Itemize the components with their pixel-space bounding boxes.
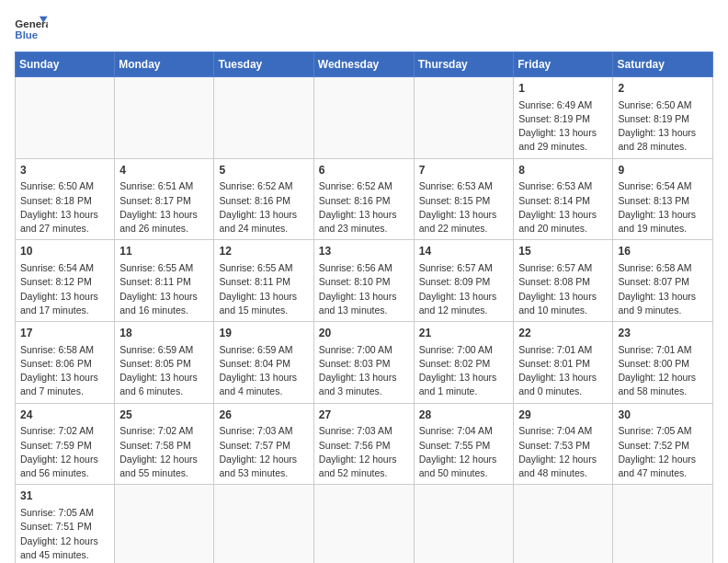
calendar-cell: 25Sunrise: 7:02 AM Sunset: 7:58 PM Dayli… [115,403,214,485]
day-number: 22 [518,326,608,341]
calendar-week-row: 1Sunrise: 6:49 AM Sunset: 8:19 PM Daylig… [16,77,713,159]
day-number: 1 [518,81,608,97]
day-info: Sunrise: 6:52 AM Sunset: 8:16 PM Dayligh… [319,180,400,234]
weekday-header-friday: Friday [514,52,613,77]
weekday-header-sunday: Sunday [16,52,115,77]
calendar-cell: 23Sunrise: 7:01 AM Sunset: 8:00 PM Dayli… [613,322,713,404]
day-info: Sunrise: 7:05 AM Sunset: 7:51 PM Dayligh… [20,507,101,560]
calendar-cell: 16Sunrise: 6:58 AM Sunset: 8:07 PM Dayli… [613,240,713,322]
calendar-cell [414,77,514,159]
calendar-cell: 30Sunrise: 7:05 AM Sunset: 7:52 PM Dayli… [613,403,713,485]
weekday-header-monday: Monday [115,52,214,77]
day-info: Sunrise: 6:53 AM Sunset: 8:15 PM Dayligh… [419,180,500,234]
calendar-cell: 9Sunrise: 6:54 AM Sunset: 8:13 PM Daylig… [613,158,713,240]
calendar-cell: 10Sunrise: 6:54 AM Sunset: 8:12 PM Dayli… [16,240,115,322]
day-info: Sunrise: 7:03 AM Sunset: 7:57 PM Dayligh… [219,425,300,478]
day-number: 15 [518,244,608,259]
day-number: 19 [219,326,308,341]
calendar-cell: 31Sunrise: 7:05 AM Sunset: 7:51 PM Dayli… [16,485,115,563]
day-number: 7 [419,163,509,178]
calendar-cell: 1Sunrise: 6:49 AM Sunset: 8:19 PM Daylig… [514,77,613,159]
calendar-week-row: 10Sunrise: 6:54 AM Sunset: 8:12 PM Dayli… [16,240,713,322]
day-number: 18 [119,326,209,341]
weekday-header-row: SundayMondayTuesdayWednesdayThursdayFrid… [16,52,713,77]
calendar-cell [313,77,414,159]
calendar-cell [214,77,313,159]
day-number: 23 [618,326,708,341]
calendar-cell: 11Sunrise: 6:55 AM Sunset: 8:11 PM Dayli… [115,240,214,322]
calendar-cell: 17Sunrise: 6:58 AM Sunset: 8:06 PM Dayli… [16,322,115,404]
day-info: Sunrise: 6:57 AM Sunset: 8:08 PM Dayligh… [518,262,599,316]
day-number: 14 [419,244,509,259]
calendar-cell: 19Sunrise: 6:59 AM Sunset: 8:04 PM Dayli… [214,322,313,404]
day-number: 29 [518,408,608,423]
day-info: Sunrise: 7:04 AM Sunset: 7:55 PM Dayligh… [419,425,500,478]
day-info: Sunrise: 6:50 AM Sunset: 8:18 PM Dayligh… [20,180,101,234]
calendar-cell [115,485,214,563]
calendar-table: SundayMondayTuesdayWednesdayThursdayFrid… [15,52,713,563]
calendar-week-row: 31Sunrise: 7:05 AM Sunset: 7:51 PM Dayli… [16,485,713,563]
day-number: 17 [20,326,109,341]
calendar-cell: 24Sunrise: 7:02 AM Sunset: 7:59 PM Dayli… [16,403,115,485]
header: General Blue [15,15,713,42]
calendar-cell [16,77,115,159]
calendar-cell: 13Sunrise: 6:56 AM Sunset: 8:10 PM Dayli… [313,240,414,322]
day-info: Sunrise: 6:54 AM Sunset: 8:12 PM Dayligh… [20,262,101,316]
day-info: Sunrise: 6:55 AM Sunset: 8:11 PM Dayligh… [219,262,300,316]
day-info: Sunrise: 6:56 AM Sunset: 8:10 PM Dayligh… [319,262,400,316]
day-info: Sunrise: 6:59 AM Sunset: 8:05 PM Dayligh… [119,344,200,397]
calendar-cell: 18Sunrise: 6:59 AM Sunset: 8:05 PM Dayli… [115,322,214,404]
day-info: Sunrise: 7:02 AM Sunset: 7:59 PM Dayligh… [20,425,101,478]
day-number: 2 [618,81,708,97]
calendar-cell: 12Sunrise: 6:55 AM Sunset: 8:11 PM Dayli… [214,240,313,322]
day-info: Sunrise: 6:54 AM Sunset: 8:13 PM Dayligh… [618,180,699,234]
day-info: Sunrise: 7:03 AM Sunset: 7:56 PM Dayligh… [319,425,400,478]
calendar-cell: 26Sunrise: 7:03 AM Sunset: 7:57 PM Dayli… [214,403,313,485]
day-info: Sunrise: 6:53 AM Sunset: 8:14 PM Dayligh… [518,180,599,234]
day-number: 30 [618,408,708,423]
calendar-cell [414,485,514,563]
day-info: Sunrise: 6:51 AM Sunset: 8:17 PM Dayligh… [119,180,200,234]
day-number: 3 [20,163,109,178]
calendar-cell: 14Sunrise: 6:57 AM Sunset: 8:09 PM Dayli… [414,240,514,322]
day-number: 6 [319,163,409,178]
logo: General Blue [15,15,48,42]
day-number: 16 [618,244,708,259]
day-number: 12 [219,244,308,259]
weekday-header-saturday: Saturday [613,52,713,77]
day-info: Sunrise: 6:59 AM Sunset: 8:04 PM Dayligh… [219,344,300,397]
calendar-cell: 29Sunrise: 7:04 AM Sunset: 7:53 PM Dayli… [514,403,613,485]
day-number: 26 [219,408,308,423]
calendar-cell: 3Sunrise: 6:50 AM Sunset: 8:18 PM Daylig… [16,158,115,240]
day-number: 5 [219,163,308,178]
day-info: Sunrise: 7:01 AM Sunset: 8:01 PM Dayligh… [518,344,599,397]
day-number: 20 [319,326,409,341]
generalblue-logo-icon: General Blue [15,15,48,42]
day-info: Sunrise: 7:04 AM Sunset: 7:53 PM Dayligh… [518,425,599,478]
calendar-week-row: 3Sunrise: 6:50 AM Sunset: 8:18 PM Daylig… [16,158,713,240]
calendar-cell: 5Sunrise: 6:52 AM Sunset: 8:16 PM Daylig… [214,158,313,240]
weekday-header-thursday: Thursday [414,52,514,77]
day-info: Sunrise: 7:01 AM Sunset: 8:00 PM Dayligh… [618,344,699,397]
weekday-header-wednesday: Wednesday [313,52,414,77]
day-number: 24 [20,408,109,423]
day-number: 9 [618,163,708,178]
calendar-cell: 21Sunrise: 7:00 AM Sunset: 8:02 PM Dayli… [414,322,514,404]
calendar-cell [115,77,214,159]
calendar-cell: 6Sunrise: 6:52 AM Sunset: 8:16 PM Daylig… [313,158,414,240]
weekday-header-tuesday: Tuesday [214,52,313,77]
calendar-cell: 28Sunrise: 7:04 AM Sunset: 7:55 PM Dayli… [414,403,514,485]
calendar-cell: 20Sunrise: 7:00 AM Sunset: 8:03 PM Dayli… [313,322,414,404]
day-info: Sunrise: 6:57 AM Sunset: 8:09 PM Dayligh… [419,262,500,316]
calendar-cell: 2Sunrise: 6:50 AM Sunset: 8:19 PM Daylig… [613,77,713,159]
day-number: 4 [119,163,209,178]
calendar-cell: 15Sunrise: 6:57 AM Sunset: 8:08 PM Dayli… [514,240,613,322]
calendar-cell [514,485,613,563]
day-info: Sunrise: 7:00 AM Sunset: 8:02 PM Dayligh… [419,344,500,397]
day-info: Sunrise: 6:49 AM Sunset: 8:19 PM Dayligh… [518,99,599,153]
calendar-cell: 4Sunrise: 6:51 AM Sunset: 8:17 PM Daylig… [115,158,214,240]
day-info: Sunrise: 6:58 AM Sunset: 8:07 PM Dayligh… [618,262,699,316]
day-info: Sunrise: 7:02 AM Sunset: 7:58 PM Dayligh… [119,425,200,478]
day-info: Sunrise: 6:55 AM Sunset: 8:11 PM Dayligh… [119,262,200,316]
day-info: Sunrise: 6:58 AM Sunset: 8:06 PM Dayligh… [20,344,101,397]
